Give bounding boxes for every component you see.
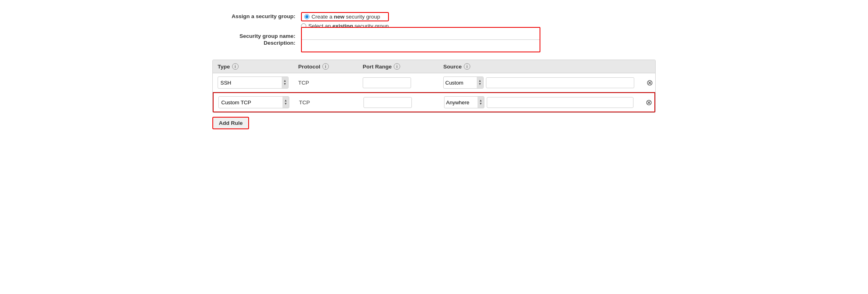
source-select-custom-tcp[interactable]: Anywhere Custom My IP — [444, 98, 478, 107]
radio-group: Create a new security group Select an ex… — [301, 12, 389, 29]
remove-button-ssh[interactable]: ⊗ — [644, 77, 655, 88]
remove-cell-ssh: ⊗ — [639, 77, 655, 88]
col-actions-header — [639, 63, 655, 70]
type-info-icon[interactable]: i — [232, 63, 239, 70]
source-select-wrap-ssh[interactable]: Custom Anywhere My IP ▲▼ — [443, 77, 484, 89]
security-name-label: Security group name: — [212, 33, 301, 39]
source-input-custom-tcp[interactable]: 0.0.0.0/0, ::/0 — [487, 97, 633, 108]
remove-button-custom-tcp[interactable]: ⊗ — [643, 97, 654, 108]
description-label: Description: — [212, 40, 301, 46]
form-section: Assign a security group: Create a new se… — [212, 12, 656, 129]
add-rule-section: Add Rule — [212, 117, 656, 129]
source-info-icon[interactable]: i — [464, 63, 470, 70]
rule-row-ssh: SSH Custom TCP HTTP HTTPS ▲▼ TCP 22 Cust… — [213, 73, 655, 92]
type-select-arrows-custom-tcp: ▲▼ — [282, 97, 289, 108]
inputs-wrapper: Jupyter Jupyter — [301, 27, 540, 52]
type-select-wrapper-custom-tcp[interactable]: Custom TCP SSH HTTP HTTPS ▲▼ — [218, 96, 289, 108]
table-header: Type i Protocol i Port Range i Source i — [213, 60, 655, 73]
portrange-input-custom-tcp[interactable]: 8888 — [363, 97, 412, 108]
remove-cell-custom-tcp: ⊗ — [638, 97, 654, 108]
col-protocol-header: Protocol i — [293, 63, 358, 70]
portrange-input-ssh[interactable]: 22 — [363, 77, 411, 88]
source-select-wrap-custom-tcp[interactable]: Anywhere Custom My IP ▲▼ — [444, 96, 484, 108]
radio-new-text: Create a new security group — [311, 14, 380, 20]
type-select-arrows-ssh: ▲▼ — [282, 77, 288, 88]
radio-new-label[interactable]: Create a new security group — [304, 14, 386, 20]
description-input[interactable]: Jupyter — [302, 40, 540, 52]
type-cell-ssh: SSH Custom TCP HTTP HTTPS ▲▼ — [213, 77, 293, 89]
rules-table: Type i Protocol i Port Range i Source i — [212, 60, 656, 113]
portrange-cell-ssh: 22 — [358, 77, 438, 88]
col-source-header: Source i — [438, 63, 639, 70]
protocol-cell-ssh: TCP — [293, 80, 358, 86]
source-cell-ssh: Custom Anywhere My IP ▲▼ 0.0.0.0/0 — [438, 77, 639, 89]
type-select-wrapper-ssh[interactable]: SSH Custom TCP HTTP HTTPS ▲▼ — [218, 77, 289, 89]
source-select-ssh[interactable]: Custom Anywhere My IP — [444, 78, 477, 87]
add-rule-button[interactable]: Add Rule — [212, 117, 249, 129]
type-select-custom-tcp[interactable]: Custom TCP SSH HTTP HTTPS — [219, 98, 282, 107]
rule-row-custom-tcp: Custom TCP SSH HTTP HTTPS ▲▼ TCP 8888 An… — [213, 92, 655, 112]
portrange-cell-custom-tcp: 8888 — [359, 97, 439, 108]
portrange-info-icon[interactable]: i — [394, 63, 400, 70]
assign-label: Assign a security group: — [212, 12, 301, 19]
type-select-ssh[interactable]: SSH Custom TCP HTTP HTTPS — [218, 78, 282, 87]
protocol-cell-custom-tcp: TCP — [294, 99, 359, 106]
col-portrange-header: Port Range i — [358, 63, 438, 70]
col-type-header: Type i — [213, 63, 293, 70]
security-name-input[interactable]: Jupyter — [302, 28, 540, 40]
source-cell-custom-tcp: Anywhere Custom My IP ▲▼ 0.0.0.0/0, ::/0 — [439, 96, 638, 108]
radio-new-input[interactable] — [304, 14, 309, 19]
assign-row: Assign a security group: Create a new se… — [212, 12, 656, 29]
new-security-group-option: Create a new security group — [301, 12, 389, 21]
source-select-arrows-ssh: ▲▼ — [477, 77, 483, 88]
type-cell-custom-tcp: Custom TCP SSH HTTP HTTPS ▲▼ — [214, 96, 294, 108]
protocol-info-icon[interactable]: i — [322, 63, 329, 70]
source-select-arrows-custom-tcp: ▲▼ — [478, 97, 484, 108]
source-input-ssh[interactable]: 0.0.0.0/0 — [486, 77, 634, 88]
